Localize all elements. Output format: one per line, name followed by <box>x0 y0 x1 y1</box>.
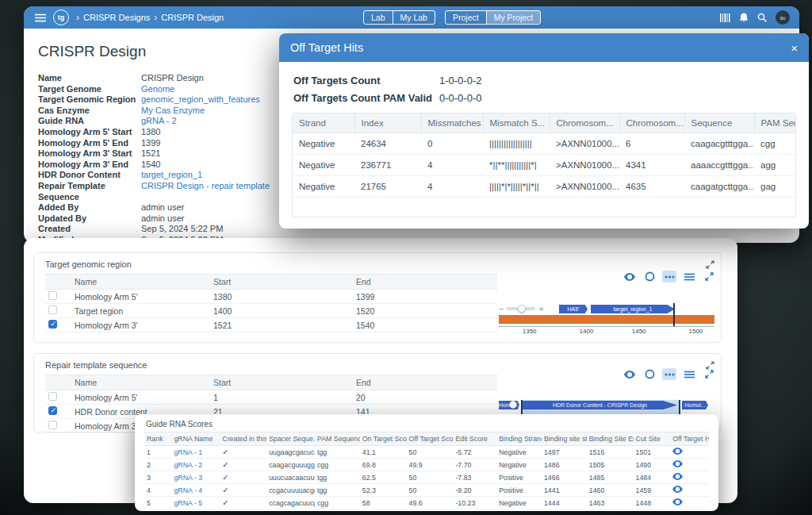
off-target-hits-eye-icon[interactable] <box>672 473 683 482</box>
feature-target-region-1[interactable]: target_region_1 <box>591 305 675 313</box>
detail-row: Cas EnzymeMy Cas Enzyme <box>38 106 300 117</box>
user-avatar[interactable]: au <box>776 10 790 25</box>
table-row[interactable]: Target region14001520 <box>45 304 497 318</box>
lab-button[interactable]: Lab <box>364 11 393 24</box>
table-row[interactable]: Homology Arm 3'15211540 <box>45 318 497 332</box>
breadcrumb-crispr-designs[interactable]: CRISPR Designs <box>83 13 150 22</box>
detail-row: Target GenomeGenome <box>38 84 300 95</box>
count-value: 0-0-0-0-0 <box>439 92 481 104</box>
zoom-out-button[interactable]: − <box>499 305 504 313</box>
axis-line <box>499 326 714 327</box>
axis-tick: 1400 <box>579 328 593 335</box>
panel-title: Guide RNA Scores <box>146 420 213 429</box>
detail-row: Repair Template SequenceCRISPR Design - … <box>38 181 300 202</box>
feature-homology-right[interactable]: Homol... <box>682 401 708 409</box>
row-checkbox-checked[interactable] <box>48 320 57 329</box>
table-row[interactable]: Negative2367714*||**|||||||||||*|>AXNN01… <box>293 154 796 175</box>
dialog-header: Off Target Hits × <box>279 33 809 62</box>
target-genome-link[interactable]: Genome <box>141 84 174 95</box>
check-icon: ✓ <box>222 498 228 507</box>
check-icon: ✓ <box>222 460 228 469</box>
guide-rna-link[interactable]: gRNA - 2 <box>141 116 177 127</box>
detail-row: Homology Arm 3' Start1521 <box>38 148 300 159</box>
table-row[interactable]: 4gRNA - 4✓ccgacuuuuacgaa...tgg52.350-9.2… <box>144 484 709 497</box>
off-target-counts: Off Targets Count1-0-0-0-2 Off Targets C… <box>293 75 481 110</box>
table-row[interactable]: 1gRNA - 1✓uugaagcgacucaa...tgg41.150-5.7… <box>144 446 709 459</box>
check-icon: ✓ <box>222 486 228 494</box>
row-checkbox-checked[interactable] <box>48 406 57 415</box>
off-target-table: StrandIndexMissmatchesMismatch S...Chrom… <box>293 113 796 198</box>
detail-row: Guide RNAgRNA - 2 <box>38 116 300 127</box>
table-row[interactable]: Homology Arm 5'120 <box>45 390 497 405</box>
breadcrumb: › CRISPR Designs › CRISPR Design <box>76 12 224 23</box>
table-row[interactable]: 3gRNA - 3✓uuucuacaacuuug...tgg62.550-7.8… <box>144 471 709 484</box>
lab-switcher: Lab My Lab <box>363 10 435 25</box>
my-lab-button[interactable]: My Lab <box>393 11 435 24</box>
detail-row: NameCRISPR Design <box>38 73 300 84</box>
tg-logo[interactable]: tg <box>53 10 69 25</box>
sequence-cursor <box>673 303 675 327</box>
hamburger-menu-icon[interactable] <box>35 13 46 22</box>
off-target-hits-eye-icon[interactable] <box>672 498 683 507</box>
count-value: 1-0-0-0-2 <box>439 75 481 86</box>
table-row[interactable]: 2gRNA - 2✓caagacguuuggau...cgg69.849.9-7… <box>144 459 709 471</box>
chevron-right-icon: › <box>154 12 157 23</box>
circular-view-icon[interactable] <box>642 271 657 282</box>
detail-row: Homology Arm 5' End1399 <box>38 138 300 149</box>
zoom-in-button[interactable]: + <box>538 305 543 313</box>
grna-link[interactable]: gRNA - 2 <box>174 461 202 469</box>
close-icon[interactable]: × <box>791 42 798 54</box>
target-region-sequence-viewer: − + HA5' target_region_1 1350 1400 1450 … <box>499 271 718 339</box>
row-checkbox[interactable] <box>48 421 57 429</box>
search-icon[interactable] <box>757 13 767 22</box>
feature-ha5[interactable]: HA5' <box>559 305 588 313</box>
barcode-icon[interactable] <box>720 13 730 22</box>
axis-tick: 1450 <box>632 328 646 335</box>
chevron-right-icon: › <box>76 12 79 23</box>
fullscreen-icon[interactable] <box>702 271 716 282</box>
feature-hdr-donor-content[interactable]: HDR Donor Content - CRISPR Design <box>523 401 677 409</box>
detail-row: CreatedSep 5, 2024 5:22 PM <box>38 224 300 235</box>
grna-link[interactable]: gRNA - 3 <box>174 474 202 482</box>
breadcrumb-crispr-design[interactable]: CRISPR Design <box>161 13 224 22</box>
record-details: CRISPR Design NameCRISPR Design Target G… <box>38 43 300 246</box>
project-button[interactable]: Project <box>446 11 487 24</box>
visibility-eye-icon[interactable] <box>622 368 637 380</box>
row-checkbox[interactable] <box>48 392 57 401</box>
sequence-bar[interactable] <box>499 315 714 324</box>
notifications-bell-icon[interactable] <box>739 13 749 23</box>
grna-link[interactable]: gRNA - 5 <box>174 499 202 507</box>
off-target-hits-eye-icon[interactable] <box>672 448 683 456</box>
grna-link[interactable]: gRNA - 4 <box>174 486 202 494</box>
repair-template-link[interactable]: CRISPR Design - repair template <box>141 181 270 202</box>
target-genomic-region-link[interactable]: genomic_region_with_features <box>141 94 260 106</box>
grna-link[interactable]: gRNA - 1 <box>174 448 202 456</box>
cas-enzyme-link[interactable]: My Cas Enzyme <box>141 106 205 117</box>
linear-view-icon[interactable] <box>682 271 696 282</box>
my-project-button[interactable]: My Project <box>487 11 541 24</box>
row-view-dots-icon[interactable] <box>662 368 676 380</box>
row-view-dots-icon[interactable] <box>662 271 676 282</box>
dialog-title: Off Target Hits <box>290 41 363 54</box>
off-target-hits-eye-icon[interactable] <box>672 486 683 494</box>
off-target-hits-eye-icon[interactable] <box>672 460 683 469</box>
row-checkbox[interactable] <box>48 291 57 300</box>
target-region-table: NameStartEnd Homology Arm 5'13801399 Tar… <box>45 274 497 332</box>
target-genomic-region-card: Target genomic region NameStartEnd Homol… <box>33 252 722 343</box>
detail-row: Target Genomic Regiongenomic_region_with… <box>38 94 300 106</box>
circular-view-icon[interactable] <box>642 368 657 380</box>
fullscreen-icon[interactable] <box>702 368 716 380</box>
row-checkbox[interactable] <box>48 306 57 314</box>
table-row[interactable]: Negative217654|||||*|*|||||*||*||>AXNN01… <box>293 175 796 197</box>
hdr-donor-content-link[interactable]: target_region_1 <box>141 170 202 181</box>
table-row[interactable]: 5gRNA - 5✓ccagcagacuucgu...cgg5849.6-10.… <box>144 497 709 509</box>
check-icon: ✓ <box>222 448 228 456</box>
linear-view-icon[interactable] <box>682 368 696 380</box>
table-row[interactable]: Negative246340||||||||||||||||||>AXNN010… <box>293 133 796 154</box>
zoom-slider-handle[interactable] <box>509 401 517 409</box>
visibility-eye-icon[interactable] <box>622 271 637 282</box>
detail-row: Homology Arm 5' Start1380 <box>38 127 300 138</box>
table-row[interactable]: Homology Arm 5'13801399 <box>45 290 497 304</box>
detail-row: Updated Byadmin user <box>38 213 300 225</box>
zoom-slider[interactable] <box>507 307 535 310</box>
